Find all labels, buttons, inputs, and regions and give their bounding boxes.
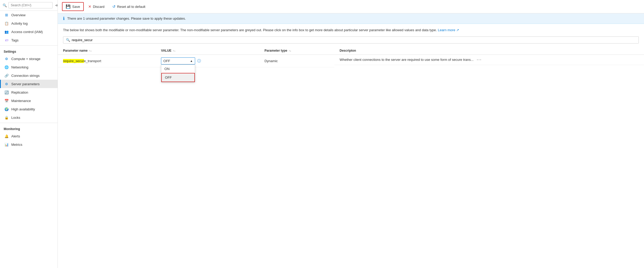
tags-icon: 🏷	[4, 38, 9, 42]
sidebar-item-label: Replication	[11, 90, 28, 94]
parameters-table: Parameter name ↑↓ VALUE ↑↓ Parameter typ…	[58, 47, 644, 67]
divider-settings	[0, 45, 58, 46]
param-name-cell: require_secure_transport	[58, 55, 156, 67]
table-header: Parameter name ↑↓ VALUE ↑↓ Parameter typ…	[58, 47, 644, 55]
sidebar-item-label: Alerts	[11, 134, 20, 138]
sidebar-item-label: Tags	[11, 38, 18, 42]
main-content: 💾 Save ✕ Discard ↺ Reset all to default …	[58, 0, 644, 268]
reset-button[interactable]: ↺ Reset all to default	[109, 3, 149, 10]
content-area: ℹ There are 1 unsaved parameter changes.…	[58, 13, 644, 268]
networking-icon: 🌐	[4, 65, 9, 69]
high-availability-icon: 🌍	[4, 107, 9, 111]
overview-icon: ⊞	[4, 13, 9, 17]
sidebar-item-replication[interactable]: 🔄 Replication	[0, 88, 58, 97]
sidebar-search-input[interactable]	[8, 2, 53, 8]
sidebar-item-label: Overview	[11, 13, 25, 17]
dropdown-menu: ON OFF	[161, 65, 195, 82]
sidebar-item-label: Connection strings	[11, 74, 40, 78]
sort-icon-param-type[interactable]: ↑↓	[289, 49, 291, 52]
reset-label: Reset all to default	[117, 5, 146, 9]
connection-icon: 🔗	[4, 73, 9, 78]
discard-button[interactable]: ✕ Discard	[85, 3, 108, 10]
dropdown-option-on[interactable]: ON	[161, 65, 195, 73]
sidebar-item-label: Activity log	[11, 22, 28, 25]
param-type-cell: Dynamic	[259, 55, 334, 67]
sidebar-item-alerts[interactable]: 🔔 Alerts	[0, 132, 58, 140]
sort-icon-value[interactable]: ↑↓	[173, 49, 175, 52]
discard-icon: ✕	[88, 4, 91, 9]
sidebar-item-connection-strings[interactable]: 🔗 Connection strings	[0, 71, 58, 80]
alerts-icon: 🔔	[4, 134, 9, 138]
table-body: require_secure_transport OFF ▲ ON OFF	[58, 55, 644, 67]
sidebar-item-label: Metrics	[11, 143, 22, 147]
sidebar-item-overview[interactable]: ⊞ Overview	[0, 11, 58, 19]
save-button[interactable]: 💾 Save	[62, 2, 84, 11]
sidebar-item-tags[interactable]: 🏷 Tags	[0, 36, 58, 44]
settings-section-label: Settings	[0, 47, 58, 55]
save-label: Save	[72, 5, 80, 9]
sidebar-item-maintenance[interactable]: 📅 Maintenance	[0, 97, 58, 105]
col-header-description: Descripton	[334, 47, 644, 55]
description-text-value: Whether client connections to the server…	[340, 58, 474, 62]
sidebar-item-label: Maintenance	[11, 99, 31, 103]
sidebar-item-server-parameters[interactable]: ⚙ Server parameters	[0, 80, 58, 88]
table-row: require_secure_transport OFF ▲ ON OFF	[58, 55, 644, 67]
value-cell: OFF ▲ ON OFF ⓘ	[156, 55, 259, 67]
sidebar-item-networking[interactable]: 🌐 Networking	[0, 63, 58, 71]
param-name-highlight: require_secur	[63, 59, 84, 63]
more-options-button[interactable]: ···	[476, 57, 483, 62]
description-cell: Whether client connections to the server…	[334, 55, 644, 65]
banner-message: There are 1 unsaved parameter changes. P…	[67, 17, 186, 20]
search-icon: 🔍	[3, 3, 7, 7]
sidebar-item-activity-log[interactable]: 📋 Activity log	[0, 19, 58, 28]
server-params-icon: ⚙	[4, 82, 9, 86]
description-body: The below list shows both the modifiable…	[63, 28, 437, 32]
param-type-text: Dynamic	[264, 59, 278, 63]
monitoring-section-label: Monitoring	[0, 124, 58, 132]
sidebar: 🔍 ≪ ⊞ Overview 📋 Activity log 👥 Access c…	[0, 0, 58, 268]
maintenance-icon: 📅	[4, 99, 9, 103]
info-banner: ℹ There are 1 unsaved parameter changes.…	[58, 13, 644, 24]
description-text: The below list shows both the modifiable…	[58, 24, 644, 36]
sidebar-item-label: Compute + storage	[11, 57, 40, 61]
save-icon: 💾	[66, 4, 71, 9]
sidebar-item-locks[interactable]: 🔒 Locks	[0, 113, 58, 122]
sidebar-item-compute-storage[interactable]: ⚙ Compute + storage	[0, 55, 58, 63]
sidebar-item-label: Access control (IAM)	[11, 30, 43, 34]
toolbar: 💾 Save ✕ Discard ↺ Reset all to default	[58, 0, 644, 13]
dropdown-value: OFF	[163, 59, 170, 63]
access-control-icon: 👥	[4, 30, 9, 34]
param-info-button[interactable]: ⓘ	[196, 59, 202, 63]
sidebar-item-label: Networking	[11, 65, 28, 69]
divider-monitoring	[0, 123, 58, 123]
sidebar-item-label: Server parameters	[11, 82, 40, 86]
sort-icon-param-name[interactable]: ↑↓	[89, 49, 92, 52]
activity-log-icon: 📋	[4, 21, 9, 25]
value-dropdown-container: OFF ▲ ON OFF	[161, 57, 195, 65]
sidebar-item-label: Locks	[11, 116, 20, 120]
sidebar-item-label: High availability	[11, 107, 35, 111]
param-search-input[interactable]	[72, 38, 636, 42]
dropdown-option-off[interactable]: OFF	[161, 73, 195, 82]
search-icon: 🔍	[66, 38, 70, 42]
chevron-up-icon: ▲	[190, 59, 193, 62]
locks-icon: 🔒	[4, 115, 9, 120]
learn-more-link[interactable]: Learn more ↗	[438, 28, 459, 32]
reset-icon: ↺	[112, 4, 116, 9]
sidebar-item-metrics[interactable]: 📊 Metrics	[0, 140, 58, 149]
value-dropdown-trigger[interactable]: OFF ▲	[161, 57, 195, 65]
col-header-value: VALUE ↑↓	[156, 47, 259, 55]
collapse-sidebar-button[interactable]: ≪	[54, 3, 58, 8]
replication-icon: 🔄	[4, 90, 9, 94]
external-link-icon: ↗	[456, 28, 459, 32]
param-search-bar: 🔍	[63, 36, 639, 44]
param-name-text: require_secure_transport	[63, 59, 101, 63]
metrics-icon: 📊	[4, 142, 9, 147]
sidebar-search-container: 🔍 ≪	[0, 0, 58, 11]
sidebar-item-high-availability[interactable]: 🌍 High availability	[0, 105, 58, 113]
discard-label: Discard	[93, 5, 105, 9]
sidebar-item-access-control[interactable]: 👥 Access control (IAM)	[0, 28, 58, 36]
param-name-suffix: e_transport	[84, 59, 101, 63]
col-header-param-name: Parameter name ↑↓	[58, 47, 156, 55]
col-header-param-type: Parameter type ↑↓	[259, 47, 334, 55]
